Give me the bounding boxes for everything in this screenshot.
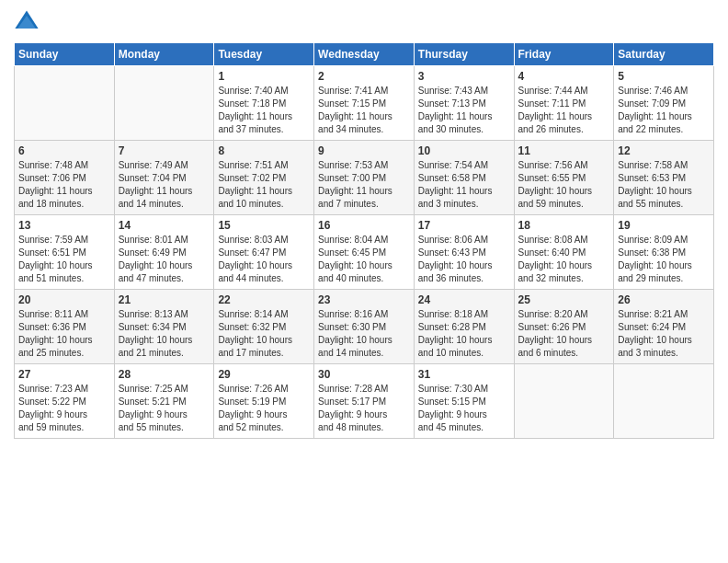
calendar-cell: 10Sunrise: 7:54 AM Sunset: 6:58 PM Dayli… (414, 141, 514, 215)
day-number: 24 (418, 293, 510, 306)
page-header (14, 9, 714, 35)
day-number: 10 (418, 144, 510, 157)
day-number: 12 (618, 144, 710, 157)
day-number: 7 (119, 144, 210, 157)
day-info: Sunrise: 8:18 AM Sunset: 6:28 PM Dayligh… (418, 308, 510, 360)
day-number: 31 (418, 368, 510, 381)
calendar-cell: 1Sunrise: 7:40 AM Sunset: 7:18 PM Daylig… (214, 66, 314, 141)
calendar-cell: 28Sunrise: 7:25 AM Sunset: 5:21 PM Dayli… (114, 364, 214, 439)
day-info: Sunrise: 7:46 AM Sunset: 7:09 PM Dayligh… (618, 85, 710, 136)
day-number: 9 (318, 144, 410, 157)
calendar-table: SundayMondayTuesdayWednesdayThursdayFrid… (14, 42, 714, 439)
calendar-cell: 20Sunrise: 8:11 AM Sunset: 6:36 PM Dayli… (15, 290, 115, 364)
day-info: Sunrise: 8:01 AM Sunset: 6:49 PM Dayligh… (119, 234, 210, 285)
day-info: Sunrise: 7:49 AM Sunset: 7:04 PM Dayligh… (119, 159, 210, 211)
calendar-cell: 25Sunrise: 8:20 AM Sunset: 6:26 PM Dayli… (514, 290, 614, 364)
header-row: SundayMondayTuesdayWednesdayThursdayFrid… (15, 43, 714, 66)
calendar-cell: 5Sunrise: 7:46 AM Sunset: 7:09 PM Daylig… (614, 66, 714, 141)
calendar-cell: 15Sunrise: 8:03 AM Sunset: 6:47 PM Dayli… (214, 215, 314, 290)
calendar-cell: 24Sunrise: 8:18 AM Sunset: 6:28 PM Dayli… (414, 290, 514, 364)
calendar-cell: 17Sunrise: 8:06 AM Sunset: 6:43 PM Dayli… (414, 215, 514, 290)
day-info: Sunrise: 7:25 AM Sunset: 5:21 PM Dayligh… (119, 383, 210, 434)
calendar-cell: 19Sunrise: 8:09 AM Sunset: 6:38 PM Dayli… (614, 215, 714, 290)
day-number: 18 (518, 219, 610, 232)
day-info: Sunrise: 7:30 AM Sunset: 5:15 PM Dayligh… (418, 383, 510, 434)
day-number: 27 (18, 368, 110, 381)
calendar-week-4: 20Sunrise: 8:11 AM Sunset: 6:36 PM Dayli… (15, 290, 714, 364)
logo (14, 9, 43, 35)
logo-icon (14, 9, 40, 35)
calendar-week-5: 27Sunrise: 7:23 AM Sunset: 5:22 PM Dayli… (15, 364, 714, 439)
calendar-cell: 30Sunrise: 7:28 AM Sunset: 5:17 PM Dayli… (314, 364, 415, 439)
day-info: Sunrise: 7:56 AM Sunset: 6:55 PM Dayligh… (518, 159, 610, 211)
day-info: Sunrise: 7:44 AM Sunset: 7:11 PM Dayligh… (518, 85, 610, 136)
day-info: Sunrise: 7:40 AM Sunset: 7:18 PM Dayligh… (218, 85, 310, 136)
day-number: 28 (119, 368, 210, 381)
day-number: 22 (218, 293, 310, 306)
calendar-cell (514, 364, 614, 439)
day-info: Sunrise: 7:54 AM Sunset: 6:58 PM Dayligh… (418, 159, 510, 211)
header-cell-tuesday: Tuesday (214, 43, 314, 66)
calendar-cell: 27Sunrise: 7:23 AM Sunset: 5:22 PM Dayli… (15, 364, 115, 439)
day-number: 2 (318, 70, 410, 83)
day-number: 6 (18, 144, 110, 157)
day-info: Sunrise: 8:16 AM Sunset: 6:30 PM Dayligh… (318, 308, 410, 360)
day-info: Sunrise: 8:09 AM Sunset: 6:38 PM Dayligh… (618, 234, 710, 285)
day-number: 5 (618, 70, 710, 83)
calendar-cell: 3Sunrise: 7:43 AM Sunset: 7:13 PM Daylig… (414, 66, 514, 141)
day-info: Sunrise: 7:28 AM Sunset: 5:17 PM Dayligh… (318, 383, 410, 434)
calendar-cell: 23Sunrise: 8:16 AM Sunset: 6:30 PM Dayli… (314, 290, 415, 364)
day-number: 20 (18, 293, 110, 306)
calendar-cell: 16Sunrise: 8:04 AM Sunset: 6:45 PM Dayli… (314, 215, 415, 290)
day-info: Sunrise: 7:59 AM Sunset: 6:51 PM Dayligh… (18, 234, 110, 285)
header-cell-monday: Monday (114, 43, 214, 66)
calendar-cell: 26Sunrise: 8:21 AM Sunset: 6:24 PM Dayli… (614, 290, 714, 364)
day-info: Sunrise: 8:04 AM Sunset: 6:45 PM Dayligh… (318, 234, 410, 285)
calendar-cell: 18Sunrise: 8:08 AM Sunset: 6:40 PM Dayli… (514, 215, 614, 290)
calendar-week-1: 1Sunrise: 7:40 AM Sunset: 7:18 PM Daylig… (15, 66, 714, 141)
day-number: 14 (119, 219, 210, 232)
day-info: Sunrise: 7:43 AM Sunset: 7:13 PM Dayligh… (418, 85, 510, 136)
day-info: Sunrise: 7:51 AM Sunset: 7:02 PM Dayligh… (218, 159, 310, 211)
calendar-cell: 12Sunrise: 7:58 AM Sunset: 6:53 PM Dayli… (614, 141, 714, 215)
day-info: Sunrise: 7:41 AM Sunset: 7:15 PM Dayligh… (318, 85, 410, 136)
calendar-cell: 31Sunrise: 7:30 AM Sunset: 5:15 PM Dayli… (414, 364, 514, 439)
header-cell-friday: Friday (514, 43, 614, 66)
day-number: 11 (518, 144, 610, 157)
day-number: 17 (418, 219, 510, 232)
day-info: Sunrise: 8:21 AM Sunset: 6:24 PM Dayligh… (618, 308, 710, 360)
day-number: 29 (218, 368, 310, 381)
calendar-body: 1Sunrise: 7:40 AM Sunset: 7:18 PM Daylig… (15, 66, 714, 439)
day-number: 25 (518, 293, 610, 306)
calendar-cell: 13Sunrise: 7:59 AM Sunset: 6:51 PM Dayli… (15, 215, 115, 290)
calendar-cell: 29Sunrise: 7:26 AM Sunset: 5:19 PM Dayli… (214, 364, 314, 439)
day-info: Sunrise: 7:23 AM Sunset: 5:22 PM Dayligh… (18, 383, 110, 434)
calendar-cell: 2Sunrise: 7:41 AM Sunset: 7:15 PM Daylig… (314, 66, 415, 141)
day-info: Sunrise: 7:48 AM Sunset: 7:06 PM Dayligh… (18, 159, 110, 211)
day-number: 19 (618, 219, 710, 232)
day-info: Sunrise: 8:11 AM Sunset: 6:36 PM Dayligh… (18, 308, 110, 360)
calendar-cell: 6Sunrise: 7:48 AM Sunset: 7:06 PM Daylig… (15, 141, 115, 215)
day-info: Sunrise: 8:06 AM Sunset: 6:43 PM Dayligh… (418, 234, 510, 285)
day-number: 1 (218, 70, 310, 83)
calendar-week-2: 6Sunrise: 7:48 AM Sunset: 7:06 PM Daylig… (15, 141, 714, 215)
calendar-cell: 22Sunrise: 8:14 AM Sunset: 6:32 PM Dayli… (214, 290, 314, 364)
day-number: 8 (218, 144, 310, 157)
calendar-cell (15, 66, 115, 141)
day-info: Sunrise: 8:03 AM Sunset: 6:47 PM Dayligh… (218, 234, 310, 285)
header-cell-thursday: Thursday (414, 43, 514, 66)
day-info: Sunrise: 8:13 AM Sunset: 6:34 PM Dayligh… (119, 308, 210, 360)
day-info: Sunrise: 7:26 AM Sunset: 5:19 PM Dayligh… (218, 383, 310, 434)
day-info: Sunrise: 8:08 AM Sunset: 6:40 PM Dayligh… (518, 234, 610, 285)
calendar-cell (114, 66, 214, 141)
day-number: 21 (119, 293, 210, 306)
day-number: 3 (418, 70, 510, 83)
header-cell-saturday: Saturday (614, 43, 714, 66)
day-number: 26 (618, 293, 710, 306)
calendar-week-3: 13Sunrise: 7:59 AM Sunset: 6:51 PM Dayli… (15, 215, 714, 290)
day-number: 15 (218, 219, 310, 232)
day-number: 13 (18, 219, 110, 232)
day-number: 23 (318, 293, 410, 306)
calendar-cell: 8Sunrise: 7:51 AM Sunset: 7:02 PM Daylig… (214, 141, 314, 215)
calendar-cell (614, 364, 714, 439)
